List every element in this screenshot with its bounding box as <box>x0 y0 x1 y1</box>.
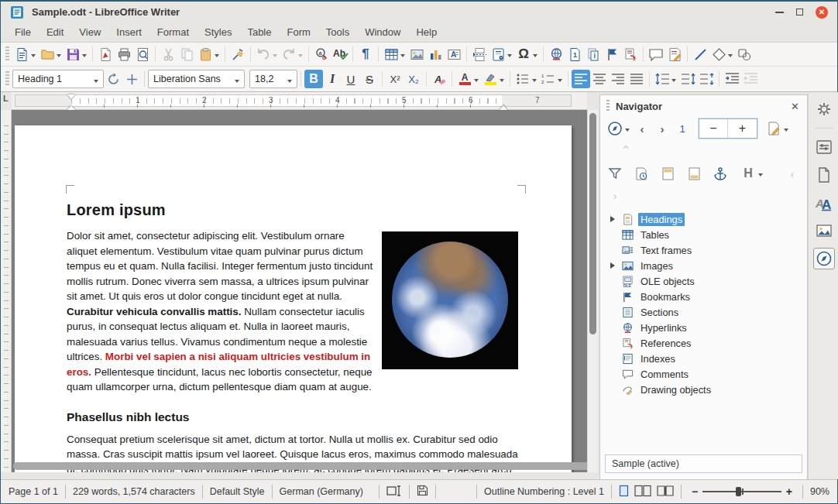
open-dropdown[interactable] <box>57 54 61 60</box>
increase-paragraph-spacing-button[interactable] <box>678 70 697 88</box>
insert-hyperlink-button[interactable] <box>547 45 565 63</box>
navigator-close-icon[interactable]: ✕ <box>789 101 801 112</box>
insert-field-button[interactable] <box>489 45 507 63</box>
book-view-icon[interactable] <box>657 485 674 499</box>
nav-item-references[interactable]: References <box>608 335 807 351</box>
anchor-icon[interactable] <box>710 163 730 183</box>
expand-arrow-icon[interactable] <box>610 262 618 269</box>
bullet-list-dropdown[interactable] <box>532 79 537 84</box>
properties-deck-icon[interactable] <box>813 136 835 158</box>
save-dropdown[interactable] <box>82 54 87 60</box>
increase-indent-button[interactable] <box>723 70 741 88</box>
menu-file[interactable]: File <box>7 23 39 41</box>
menu-insert[interactable]: Insert <box>108 23 149 41</box>
word-count-status[interactable]: 229 words, 1,574 characters <box>73 486 195 497</box>
zoom-slider[interactable]: − + <box>692 485 792 498</box>
doc-heading-1[interactable]: Lorem ipsum <box>67 201 518 219</box>
font-color-button[interactable]: A <box>455 70 474 88</box>
maximize-button[interactable] <box>796 9 803 15</box>
open-button[interactable] <box>38 45 57 63</box>
vertical-scrollbar-thumb[interactable] <box>589 113 596 334</box>
doc-paragraph-1[interactable]: Dolor sit amet, consectetur adipiscing e… <box>67 228 518 395</box>
nav-item-sections[interactable]: Sections <box>608 304 807 320</box>
drag-mode-dropdown[interactable] <box>784 129 788 134</box>
highlight-color-dropdown[interactable] <box>500 79 504 84</box>
basic-shapes-button[interactable] <box>709 45 728 63</box>
formatting-marks-button[interactable]: ¶ <box>356 45 375 63</box>
basic-shapes-dropdown[interactable] <box>728 54 733 60</box>
menu-styles[interactable]: Styles <box>197 23 239 41</box>
menu-format[interactable]: Format <box>149 23 197 41</box>
page-plus-button[interactable]: + <box>728 119 757 138</box>
insert-field-dropdown[interactable] <box>507 54 512 60</box>
styles-deck-icon[interactable]: AA <box>813 192 835 214</box>
selection-mode-icon[interactable] <box>386 485 402 499</box>
navigator-document-selector[interactable]: Sample (active) <box>605 454 802 473</box>
nav-item-comments[interactable]: Comments <box>608 366 807 382</box>
insert-table-dropdown[interactable] <box>400 54 405 60</box>
left-indent-marker[interactable] <box>67 101 75 110</box>
paste-button[interactable] <box>196 45 215 63</box>
font-size-combo[interactable]: 18,2 <box>249 70 297 88</box>
menu-window[interactable]: Window <box>357 23 408 41</box>
insert-bookmark-button[interactable] <box>603 45 621 63</box>
document-area[interactable]: Lorem ipsum Dolor sit amet, consectetur … <box>12 110 587 472</box>
decrease-paragraph-spacing-button[interactable] <box>697 70 716 88</box>
clear-formatting-button[interactable]: A <box>430 70 448 88</box>
vertical-scrollbar[interactable] <box>587 110 598 472</box>
gallery-deck-icon[interactable] <box>813 220 835 242</box>
toolbar-grip2[interactable] <box>5 71 9 87</box>
horizontal-ruler[interactable]: 1 2 3 4 5 6 7 <box>12 92 587 110</box>
menu-form[interactable]: Form <box>279 23 318 41</box>
align-justify-button[interactable] <box>627 70 646 88</box>
menu-view[interactable]: View <box>71 23 108 41</box>
numbered-list-button[interactable]: 12 <box>539 70 558 88</box>
line-spacing-dropdown[interactable] <box>671 79 676 84</box>
special-character-dropdown[interactable] <box>533 54 537 60</box>
insert-table-button[interactable] <box>382 45 400 63</box>
menu-tools[interactable]: Tools <box>318 23 357 41</box>
nav-item-indexes[interactable]: Indexes <box>608 351 807 366</box>
show-draw-functions-button[interactable] <box>735 45 754 63</box>
page-spinbox[interactable]: −+ <box>699 118 757 139</box>
para1-run-bold[interactable]: Curabitur vehicula convallis mattis. <box>67 306 244 317</box>
set-reminder-icon[interactable] <box>631 163 651 183</box>
clone-formatting-button[interactable] <box>228 45 247 63</box>
print-button[interactable] <box>115 45 133 63</box>
save-button[interactable] <box>64 45 82 63</box>
bold-button[interactable]: B <box>304 70 323 88</box>
drag-mode-icon[interactable] <box>764 118 784 139</box>
insert-page-break-button[interactable] <box>470 45 489 63</box>
right-indent-marker[interactable] <box>500 101 507 110</box>
align-left-button[interactable] <box>572 70 590 88</box>
earth-image[interactable] <box>382 231 518 369</box>
previous-icon[interactable]: ‹ <box>632 118 652 139</box>
nav-item-text-frames[interactable]: Text frames <box>608 242 807 258</box>
align-right-button[interactable] <box>609 70 627 88</box>
menu-edit[interactable]: Edit <box>39 23 71 41</box>
track-changes-button[interactable] <box>665 45 684 63</box>
new-document-button[interactable] <box>12 45 31 63</box>
para1-run-normal[interactable]: Dolor sit amet, consectetur adipiscing e… <box>67 230 373 302</box>
menu-help[interactable]: Help <box>408 23 445 41</box>
document-modified-icon[interactable] <box>417 485 428 499</box>
numbered-list-dropdown[interactable] <box>558 79 562 84</box>
horizontal-scrollbar[interactable] <box>13 462 587 470</box>
insert-image-button[interactable] <box>407 45 426 63</box>
para1-run-normal3[interactable]: Pellentesque tincidunt, lacus nec lobort… <box>67 366 373 393</box>
filter-icon[interactable] <box>605 163 625 183</box>
cross-reference-button[interactable] <box>621 45 640 63</box>
insert-endnote-button[interactable]: i <box>584 45 603 63</box>
page-count-status[interactable]: Page 1 of 1 <box>9 486 58 497</box>
new-style-button[interactable] <box>122 70 141 88</box>
multi-page-view-icon[interactable] <box>634 485 651 499</box>
page-minus-button[interactable]: − <box>699 119 728 138</box>
heading-levels-icon[interactable]: H <box>738 163 758 183</box>
insert-text-box-button[interactable]: A <box>445 45 463 63</box>
italic-button[interactable]: I <box>323 70 342 88</box>
nav-item-hyperlinks[interactable]: Hyperlinks <box>608 320 807 335</box>
print-preview-button[interactable] <box>133 45 152 63</box>
close-button[interactable]: ✕ <box>816 6 828 19</box>
nav-item-bookmarks[interactable]: Bookmarks <box>608 289 807 304</box>
nav-item-drawing-objects[interactable]: Drawing objects <box>608 382 807 397</box>
